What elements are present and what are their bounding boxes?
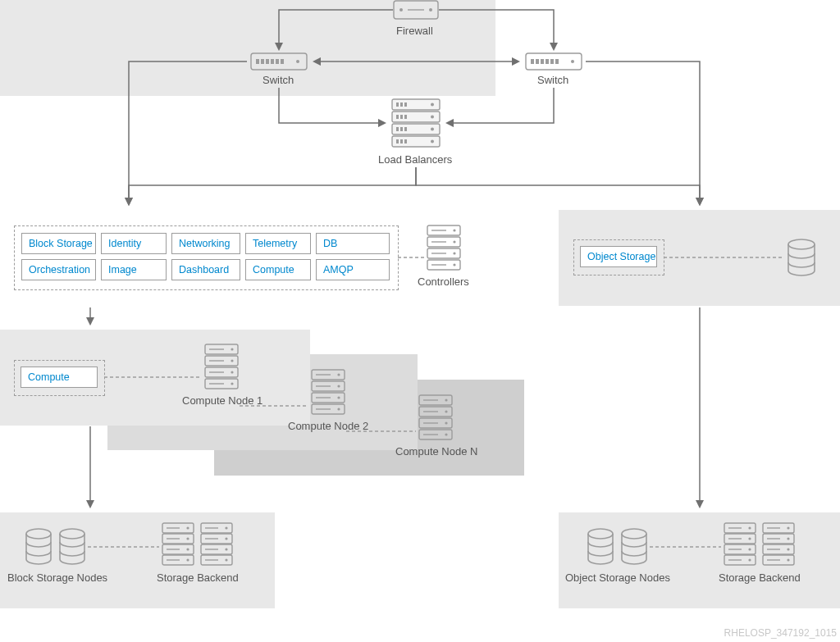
document-id: RHELOSP_347192_1015: [724, 627, 837, 639]
wires: [0, 0, 840, 642]
